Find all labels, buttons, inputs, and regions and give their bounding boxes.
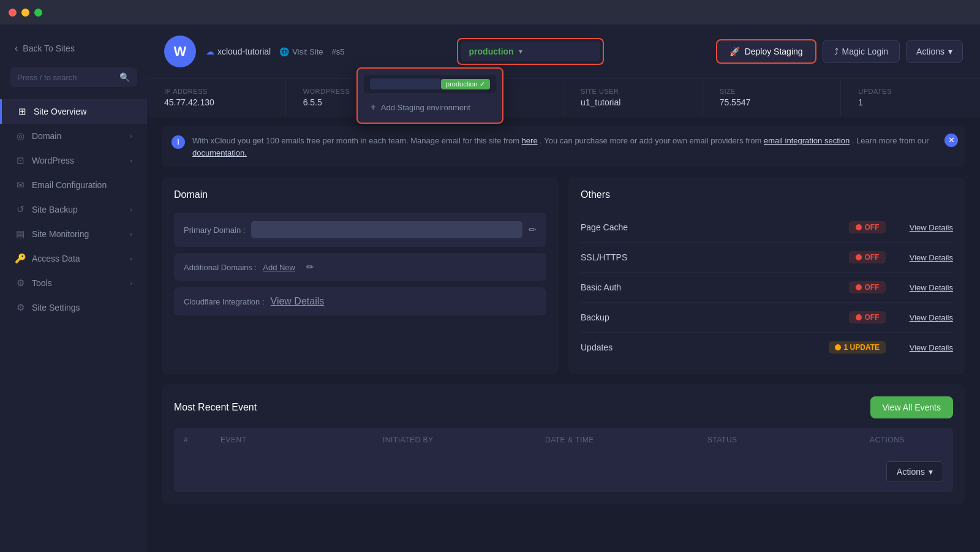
info-text-before: With xCloud you get 100 emails free per … [192, 136, 519, 145]
status-dot-icon [856, 314, 862, 320]
others-basic-auth-row: Basic Auth OFF View Details [581, 273, 953, 303]
info-text-middle: . You can purchase more or add your own … [540, 136, 761, 145]
backup-label: Backup [581, 312, 849, 322]
sidebar-item-label: Email Configuration [32, 180, 107, 190]
sidebar-item-site-monitoring[interactable]: ▤ Site Monitoring › [0, 222, 147, 246]
basic-auth-view-details-link[interactable]: View Details [898, 283, 953, 292]
additional-domains-label: Additional Domains : [184, 263, 257, 272]
chevron-right-icon: › [130, 230, 132, 238]
events-table-header: # Event Initiated By Date & Time Status … [174, 428, 953, 452]
cloudflare-view-details-link[interactable]: View Details [271, 296, 325, 307]
primary-domain-label: Primary Domain : [184, 225, 245, 235]
sidebar-item-access-data[interactable]: 🔑 Access Data › [0, 246, 147, 271]
others-card-title: Others [581, 189, 953, 200]
production-badge: production ✓ [441, 79, 490, 89]
stat-ip-address: IP ADDRESS 45.77.42.130 [147, 79, 286, 116]
globe-icon: 🌐 [279, 47, 289, 56]
close-dot[interactable] [9, 9, 17, 17]
add-new-domain-link[interactable]: Add New [263, 263, 295, 272]
wordpress-logo: W [164, 36, 196, 67]
stat-value: u1_tutorial [581, 97, 685, 107]
others-backup-row: Backup OFF View Details [581, 303, 953, 333]
sidebar-item-site-overview[interactable]: ⊞ Site Overview [0, 99, 147, 124]
magic-login-button[interactable]: ⤴ Magic Login [823, 40, 900, 63]
basic-auth-status-label: OFF [865, 283, 880, 292]
info-link-here[interactable]: here [522, 136, 538, 145]
chevron-right-icon: › [130, 132, 132, 140]
env-input-field [370, 78, 441, 89]
sidebar-item-site-backup[interactable]: ↺ Site Backup › [0, 197, 147, 222]
others-updates-row: Updates 1 UPDATE View Details [581, 333, 953, 362]
email-icon: ✉ [15, 180, 26, 191]
stat-label: SITE USER [581, 88, 685, 95]
backup-status: OFF [849, 311, 886, 323]
site-name-item: ☁ xcloud-tutorial [206, 47, 271, 56]
col-initiated-by: Initiated By [383, 436, 545, 444]
deploy-staging-button[interactable]: 🚀 Deploy Staging [716, 39, 816, 64]
environment-dropdown-menu: production ✓ + Add Staging environment [356, 67, 503, 124]
info-icon: i [172, 135, 185, 149]
visit-site-label: Visit Site [292, 47, 323, 56]
sidebar-item-tools[interactable]: ⚙ Tools › [0, 271, 147, 295]
access-data-icon: 🔑 [15, 253, 26, 264]
sidebar-item-email-configuration[interactable]: ✉ Email Configuration [0, 173, 147, 197]
magic-login-label: Magic Login [842, 47, 889, 56]
col-date-time: Date & Time [545, 436, 707, 444]
additional-domains-row: Additional Domains : Add New ✏ [174, 253, 546, 281]
site-overview-icon: ⊞ [17, 106, 28, 117]
events-actions-button[interactable]: Actions ▾ [886, 461, 943, 482]
content-grid: Domain Primary Domain : ✏ Additional Dom… [162, 177, 965, 374]
page-cache-view-details-link[interactable]: View Details [898, 223, 953, 232]
back-to-sites-link[interactable]: ‹ Back To Sites [0, 37, 147, 60]
environment-dropdown-container: production ▾ production ✓ [457, 38, 604, 65]
info-link-email-integration[interactable]: email integration section [764, 136, 850, 145]
edit-domain-icon[interactable]: ✏ [529, 224, 537, 235]
titlebar [0, 0, 980, 25]
sidebar-item-label: Site Monitoring [32, 229, 89, 239]
info-banner: i With xCloud you get 100 emails free pe… [162, 126, 965, 167]
environment-dropdown-button[interactable]: production ▾ [461, 42, 600, 61]
events-header: Most Recent Event View All Events [174, 396, 953, 418]
chevron-down-icon: ▾ [519, 47, 522, 56]
minimize-dot[interactable] [21, 9, 29, 17]
sidebar-item-label: Access Data [32, 254, 80, 263]
site-id: #s5 [332, 47, 345, 56]
updates-status: 1 UPDATE [829, 341, 886, 354]
visit-site-item[interactable]: 🌐 Visit Site [279, 47, 323, 56]
info-link-documentation[interactable]: documentation. [192, 148, 247, 157]
search-box[interactable]: Press / to search 🔍 [10, 67, 137, 87]
wordpress-icon: ⊡ [15, 155, 26, 166]
col-event: Event [221, 436, 383, 444]
primary-domain-row: Primary Domain : ✏ [174, 213, 546, 247]
production-badge-label: production [446, 80, 477, 88]
cloudflare-row: Cloudflare Integration : View Details [174, 287, 546, 316]
header-actions: 🚀 Deploy Staging ⤴ Magic Login Actions ▾ [716, 39, 963, 64]
site-id-item: #s5 [332, 47, 345, 56]
maximize-dot[interactable] [34, 9, 42, 17]
environment-wrapper: production ▾ production ✓ [354, 38, 706, 65]
chevron-down-icon: ▾ [948, 47, 952, 56]
updates-view-details-link[interactable]: View Details [898, 343, 953, 352]
basic-auth-label: Basic Auth [581, 282, 849, 292]
sidebar-item-domain[interactable]: ◎ Domain › [0, 124, 147, 148]
domain-icon: ◎ [15, 130, 26, 142]
view-all-events-button[interactable]: View All Events [870, 396, 953, 418]
stat-size: SIZE 75.5547 [703, 79, 842, 116]
rocket-icon: 🚀 [729, 47, 740, 56]
col-actions: Actions [870, 436, 943, 444]
status-dot-icon [856, 224, 862, 230]
info-close-button[interactable]: ✕ [944, 134, 958, 147]
backup-view-details-link[interactable]: View Details [898, 313, 953, 322]
col-hash: # [184, 436, 221, 444]
add-staging-row[interactable]: + Add Staging environment [364, 98, 496, 116]
ssl-view-details-link[interactable]: View Details [898, 253, 953, 262]
chevron-down-icon: ▾ [929, 467, 933, 477]
domain-card-title: Domain [174, 189, 546, 200]
sidebar-item-label: Tools [32, 278, 52, 288]
edit-additional-icon[interactable]: ✏ [306, 262, 314, 273]
sidebar-item-wordpress[interactable]: ⊡ WordPress › [0, 148, 147, 173]
actions-button[interactable]: Actions ▾ [906, 40, 963, 63]
sidebar-item-site-settings[interactable]: ⚙ Site Settings [0, 295, 147, 320]
updates-label: Updates [581, 342, 829, 352]
sidebar-item-label: Site Settings [32, 303, 80, 312]
